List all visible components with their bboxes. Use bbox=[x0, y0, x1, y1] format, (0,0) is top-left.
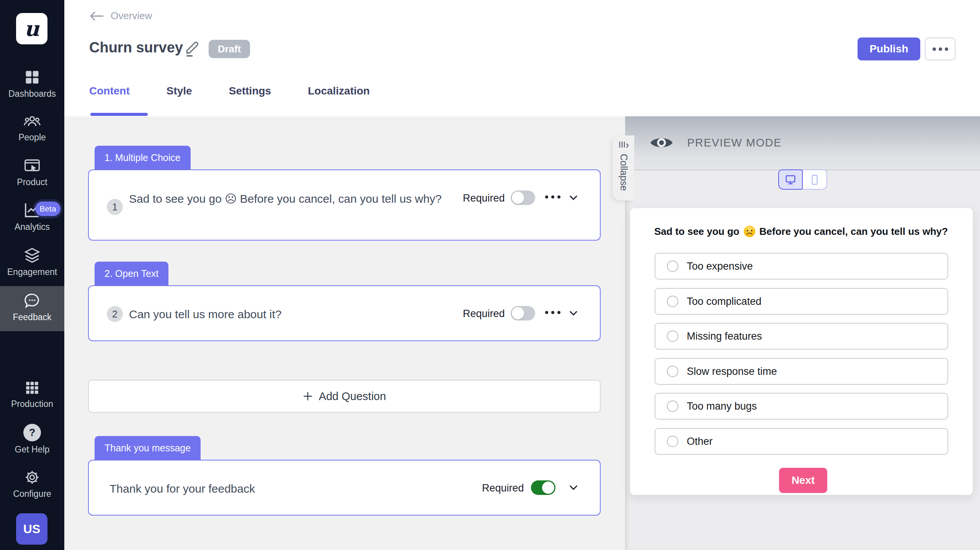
more-options-button[interactable] bbox=[925, 37, 956, 60]
next-button[interactable]: Next bbox=[779, 468, 827, 493]
radio-icon[interactable] bbox=[667, 260, 678, 272]
publish-button[interactable]: Publish bbox=[858, 37, 920, 60]
preview-question-text: Before you cancel, can you tell us why? bbox=[760, 226, 948, 238]
question-2-type-tab[interactable]: 2. Open Text bbox=[95, 262, 168, 286]
question-text[interactable]: Can you tell us more about it? bbox=[129, 306, 466, 323]
option-other[interactable]: Other bbox=[655, 428, 948, 455]
help-icon: ? bbox=[23, 424, 41, 441]
sidebar-item-product[interactable]: Product bbox=[0, 158, 64, 187]
logo-letter: u bbox=[24, 16, 39, 41]
thank-you-tab[interactable]: Thank you message bbox=[95, 436, 201, 460]
plus-icon bbox=[303, 391, 313, 401]
back-label: Overview bbox=[111, 10, 152, 22]
eye-icon bbox=[650, 134, 673, 151]
thank-you-card[interactable]: Thank you for your feedback Required bbox=[88, 460, 601, 516]
beta-badge: Beta bbox=[35, 202, 60, 216]
collapse-preview-handle[interactable]: Collapse bbox=[613, 135, 634, 200]
tab-bar: Content Style Settings Localization bbox=[89, 85, 370, 97]
required-toggle[interactable] bbox=[531, 480, 555, 495]
required-toggle[interactable] bbox=[511, 190, 535, 205]
radio-icon[interactable] bbox=[667, 296, 678, 307]
frowning-face-emoji bbox=[743, 225, 756, 238]
production-grid-icon bbox=[24, 380, 40, 396]
survey-editor: 1. Multiple Choice 1 Sad to see you go ☹… bbox=[64, 116, 625, 550]
question-1-card[interactable]: 1 Sad to see you go ☹ Before you cancel,… bbox=[88, 169, 601, 241]
sidebar-item-dashboards[interactable]: Dashboards bbox=[0, 69, 64, 99]
radio-icon[interactable] bbox=[667, 400, 678, 412]
chevron-down-icon[interactable] bbox=[568, 482, 579, 495]
option-label: Slow response time bbox=[687, 366, 777, 378]
question-menu-icon[interactable] bbox=[545, 195, 560, 199]
option-label: Too many bugs bbox=[687, 400, 757, 412]
preview-question-text: Sad to see you go bbox=[654, 226, 740, 238]
desktop-preview-button[interactable] bbox=[778, 169, 803, 190]
sidebar-label: Feedback bbox=[0, 312, 64, 322]
radio-icon[interactable] bbox=[667, 330, 678, 342]
sidebar-item-configure[interactable]: Configure bbox=[0, 469, 64, 499]
back-to-overview[interactable]: Overview bbox=[89, 10, 152, 22]
page-title: Churn survey bbox=[89, 39, 183, 56]
tab-content[interactable]: Content bbox=[89, 85, 130, 97]
publish-label: Publish bbox=[869, 43, 908, 55]
sidebar-label: Dashboards bbox=[0, 89, 64, 99]
chevron-down-icon[interactable] bbox=[568, 192, 579, 205]
thank-you-tab-label: Thank you message bbox=[105, 443, 191, 454]
mobile-preview-button[interactable] bbox=[803, 169, 827, 190]
radio-icon[interactable] bbox=[667, 366, 678, 377]
collapse-label: Collapse bbox=[618, 154, 629, 191]
option-label: Too expensive bbox=[687, 260, 753, 272]
feedback-icon bbox=[24, 292, 41, 309]
sidebar-item-production[interactable]: Production bbox=[0, 380, 64, 409]
engagement-icon bbox=[23, 247, 41, 264]
question-2-card[interactable]: 2 Can you tell us more about it? Require… bbox=[88, 285, 601, 341]
preview-mode-header: PREVIEW MODE bbox=[650, 134, 782, 151]
sidebar-item-engagement[interactable]: Engagement bbox=[0, 247, 64, 277]
desktop-icon bbox=[785, 174, 796, 186]
more-dots-icon bbox=[933, 47, 936, 51]
required-label: Required bbox=[463, 192, 505, 204]
option-too-many-bugs[interactable]: Too many bugs bbox=[655, 393, 948, 420]
sidebar: u Dashboards People Produc bbox=[0, 0, 64, 550]
radio-icon[interactable] bbox=[667, 436, 678, 447]
survey-preview-card: Sad to see you go Before you cancel, can… bbox=[630, 208, 973, 495]
question-text[interactable]: Sad to see you go ☹ Before you cancel, c… bbox=[129, 190, 466, 207]
edit-title-button[interactable] bbox=[184, 38, 201, 59]
option-label: Other bbox=[687, 436, 713, 447]
people-icon bbox=[23, 113, 41, 129]
sidebar-item-people[interactable]: People bbox=[0, 113, 64, 143]
required-label: Required bbox=[482, 482, 524, 494]
sidebar-label: Configure bbox=[0, 489, 64, 499]
avatar-initials: US bbox=[23, 522, 40, 536]
question-menu-icon[interactable] bbox=[545, 311, 560, 314]
preview-mode-label: PREVIEW MODE bbox=[687, 137, 782, 149]
user-avatar[interactable]: US bbox=[16, 513, 47, 545]
device-toggle bbox=[778, 169, 827, 190]
question-type-label: 1. Multiple Choice bbox=[105, 152, 181, 163]
pencil-icon bbox=[184, 38, 201, 57]
option-too-complicated[interactable]: Too complicated bbox=[655, 288, 948, 315]
app-logo[interactable]: u bbox=[16, 13, 47, 44]
tab-localization[interactable]: Localization bbox=[308, 85, 370, 97]
question-1-type-tab[interactable]: 1. Multiple Choice bbox=[95, 146, 191, 170]
add-question-label: Add Question bbox=[319, 390, 386, 403]
status-badge: Draft bbox=[209, 40, 250, 58]
option-label: Missing features bbox=[687, 330, 762, 342]
option-missing-features[interactable]: Missing features bbox=[655, 323, 948, 350]
active-tab-underline bbox=[90, 113, 148, 116]
thank-you-text[interactable]: Thank you for your feedback bbox=[109, 480, 446, 497]
page-header: Overview Churn survey Draft Publish Cont… bbox=[64, 0, 980, 116]
drag-chevron-icon bbox=[618, 141, 629, 150]
add-question-button[interactable]: Add Question bbox=[88, 380, 601, 413]
sidebar-item-feedback[interactable]: Feedback bbox=[0, 292, 64, 322]
sidebar-item-get-help[interactable]: ? Get Help bbox=[0, 424, 64, 455]
chevron-down-icon[interactable] bbox=[568, 308, 579, 320]
dashboards-icon bbox=[24, 69, 41, 86]
mobile-icon bbox=[810, 174, 820, 186]
tab-style[interactable]: Style bbox=[167, 85, 192, 97]
sidebar-label: Get Help bbox=[0, 444, 64, 455]
question-number-badge: 1 bbox=[107, 199, 123, 215]
option-slow-response-time[interactable]: Slow response time bbox=[655, 358, 948, 385]
required-toggle[interactable] bbox=[511, 306, 535, 321]
option-too-expensive[interactable]: Too expensive bbox=[655, 253, 948, 280]
tab-settings[interactable]: Settings bbox=[229, 85, 271, 97]
